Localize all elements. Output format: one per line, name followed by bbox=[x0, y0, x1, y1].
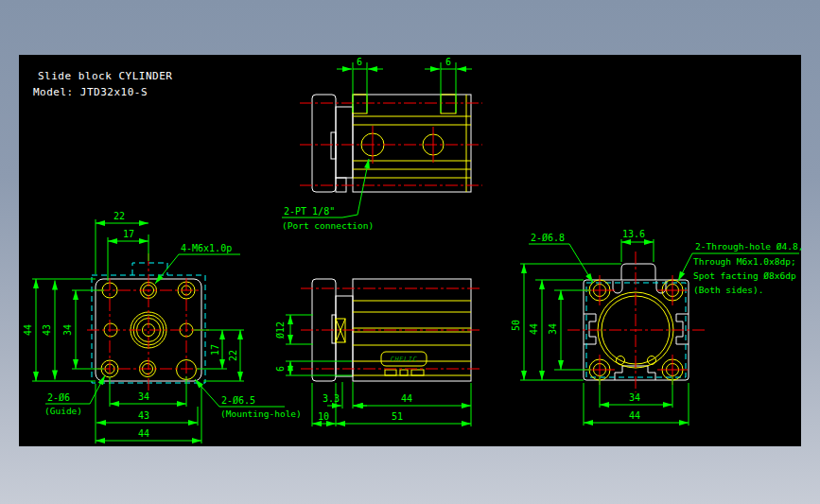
mount-label: 2-Ø6.5 bbox=[221, 395, 255, 406]
svg-text:6: 6 bbox=[445, 57, 451, 67]
note-line-2: Through M6x1.0x8dp; bbox=[693, 256, 796, 267]
guide-note: (Guide) bbox=[44, 406, 82, 416]
port-label: 2-PT 1/8" bbox=[284, 206, 335, 217]
drawing-title: Slide block CYLINDER bbox=[38, 70, 172, 82]
svg-text:34: 34 bbox=[138, 391, 149, 402]
svg-text:Ø12: Ø12 bbox=[275, 322, 286, 339]
svg-text:22: 22 bbox=[113, 211, 125, 221]
svg-text:44: 44 bbox=[629, 410, 640, 421]
note-line-3: Spot facting Ø8x6dp bbox=[693, 270, 796, 281]
svg-text:34: 34 bbox=[548, 323, 558, 335]
drawing-viewport[interactable]: Slide block CYLINDER Model: JTD32x10-S bbox=[0, 0, 820, 504]
svg-text:34: 34 bbox=[62, 324, 73, 336]
svg-text:51: 51 bbox=[392, 411, 403, 422]
brand-logo: CHELIC bbox=[391, 356, 418, 363]
svg-text:10: 10 bbox=[318, 411, 329, 422]
svg-text:6: 6 bbox=[357, 57, 362, 67]
svg-text:50: 50 bbox=[511, 320, 521, 331]
svg-text:3.3: 3.3 bbox=[323, 393, 340, 404]
note-line-4: (Both sides). bbox=[693, 285, 763, 295]
note-line-1: 2-Through-hole Ø4.8, bbox=[695, 241, 803, 252]
mount-note: (Mounting-hole) bbox=[220, 408, 302, 419]
svg-text:44: 44 bbox=[401, 393, 412, 404]
svg-text:17: 17 bbox=[123, 229, 134, 239]
rear-hole-label: 2-Ø6.8 bbox=[531, 233, 565, 243]
svg-text:17: 17 bbox=[210, 344, 220, 356]
svg-text:22: 22 bbox=[228, 350, 238, 361]
drawing-model: Model: JTD32x10-S bbox=[33, 86, 148, 98]
guide-label: 2-Ø6 bbox=[47, 392, 70, 403]
port-note: (Port connection) bbox=[282, 220, 374, 231]
svg-text:6: 6 bbox=[275, 366, 286, 372]
model-space-canvas[interactable] bbox=[19, 55, 801, 446]
svg-text:44: 44 bbox=[529, 323, 539, 335]
thread-label: 4-M6x1.0p bbox=[181, 243, 232, 253]
cad-window: Slide block CYLINDER Model: JTD32x10-S bbox=[0, 0, 820, 504]
svg-text:44: 44 bbox=[138, 428, 149, 439]
svg-text:43: 43 bbox=[138, 410, 149, 421]
svg-text:13.6: 13.6 bbox=[622, 229, 645, 239]
svg-text:34: 34 bbox=[629, 392, 640, 403]
svg-text:43: 43 bbox=[42, 324, 52, 336]
svg-text:44: 44 bbox=[23, 324, 33, 336]
